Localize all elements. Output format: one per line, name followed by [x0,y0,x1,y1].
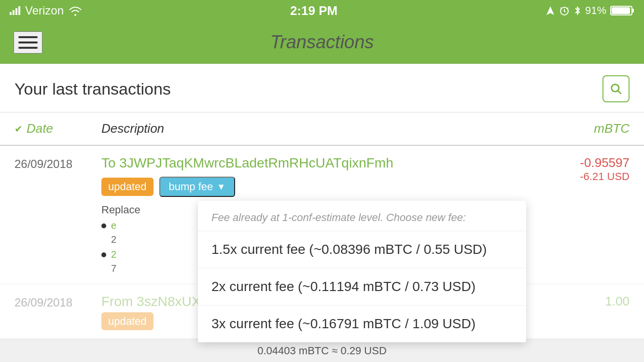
svg-rect-3 [612,7,630,14]
status-right: 91% [546,4,634,17]
tx1-hash1: e [111,220,116,231]
dropdown-option-3[interactable]: 3x current fee (~0.16791 mBTC / 1.09 USD… [198,306,526,342]
dropdown-option-2[interactable]: 2x current fee (~0.11194 mBTC / 0.73 USD… [198,268,526,306]
bottom-bar-text: 0.04403 mBTC ≈ 0.29 USD [257,345,387,357]
tx1-address: To 3JWPJTaqKMwrcBLadetRmRHcUATqixnFmh [101,155,533,171]
app-header: Transactions [0,21,644,64]
bump-fee-button[interactable]: bump fee ▼ [159,177,236,197]
bluetooth-icon [574,5,581,16]
tx2-amount-btc: 1.00 [533,294,630,309]
wifi-icon [69,5,82,16]
sort-icon: ✔ [14,123,23,135]
col-date-header: ✔ Date [14,121,101,136]
table-header: ✔ Date Description mBTC [0,112,644,146]
tx2-amount: 1.00 [533,294,630,309]
status-left: Verizon [10,4,82,17]
tx1-badges: updated bump fee ▼ Fee already at 1-conf… [101,177,533,197]
battery-icon [610,5,634,16]
updated-badge: updated [101,178,154,196]
tx1-desc: To 3JWPJTaqKMwrcBLadetRmRHcUATqixnFmh up… [101,155,533,274]
carrier-label: Verizon [25,4,64,17]
hamburger-button[interactable] [14,31,42,54]
tx1-amount-btc: -0.95597 [533,155,630,170]
tx1-hash2: 2 [111,249,116,260]
bullet-2 [101,252,106,257]
bottom-bar: 0.04403 mBTC ≈ 0.29 USD [0,339,644,362]
bump-fee-chevron: ▼ [217,182,225,192]
dropdown-option-1[interactable]: 1.5x current fee (~0.08396 mBTC / 0.55 U… [198,231,526,268]
search-icon [609,82,623,96]
app-title: Transactions [270,32,374,53]
search-button[interactable] [602,75,630,102]
bullet-1 [101,223,106,228]
page-header: Your last transactions [0,64,644,112]
tx2-updated-badge: updated [101,312,154,330]
status-bar: Verizon 2:19 PM 91% [0,0,644,21]
desc-header-label: Description [101,121,533,136]
tx1-amount: -0.95597 -6.21 USD [533,155,630,183]
status-time: 2:19 PM [290,3,337,18]
transaction-row-1: 26/09/2018 To 3JWPJTaqKMwrcBLadetRmRHcUA… [0,146,644,284]
tx1-date: 26/09/2018 [14,155,101,171]
battery-label: 91% [585,4,606,17]
page-title: Your last transactions [14,80,171,98]
location-icon [546,5,555,16]
dropdown-hint: Fee already at 1-conf-estimate level. Ch… [198,201,526,231]
content-area: Your last transactions ✔ Date Descriptio… [0,64,644,338]
svg-line-5 [618,91,621,94]
date-header-label: Date [27,121,53,136]
alarm-icon [559,5,570,16]
svg-point-4 [612,84,619,92]
amount-header-label: mBTC [533,121,630,136]
signal-icon [10,6,20,15]
tx1-amount-usd: -6.21 USD [533,170,630,183]
tx2-date: 26/09/2018 [14,294,101,309]
svg-rect-2 [632,9,634,13]
bump-fee-label: bump fee [169,181,213,193]
bump-fee-dropdown: Fee already at 1-conf-estimate level. Ch… [198,201,526,342]
